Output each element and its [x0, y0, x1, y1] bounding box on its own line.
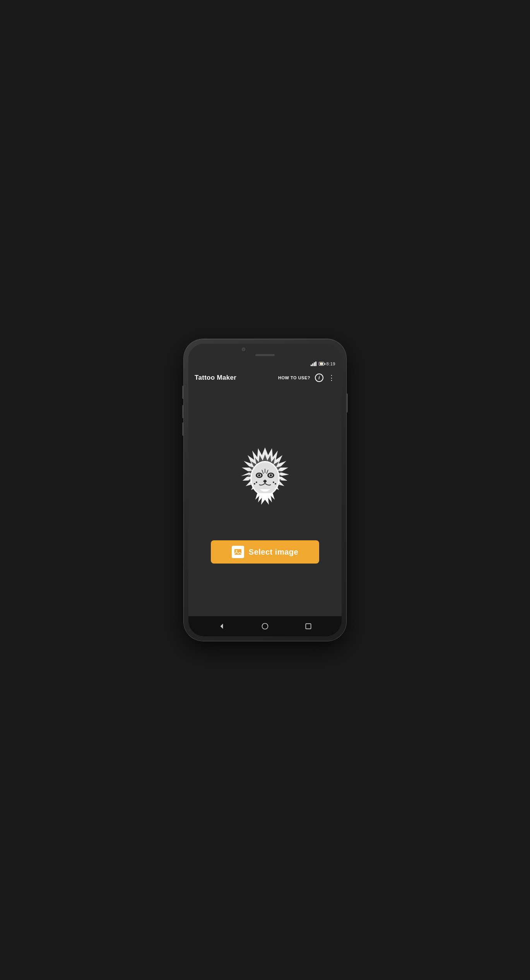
recents-icon	[304, 622, 312, 630]
svg-point-13	[236, 550, 237, 552]
image-icon-svg	[234, 548, 242, 556]
lion-tattoo-image	[226, 444, 304, 521]
status-bar: ⚡ 8:19	[188, 358, 342, 368]
main-content: Select image	[188, 387, 342, 616]
nav-bar	[188, 616, 342, 636]
phone-screen: ⚡ 8:19 Tattoo Maker HOW TO USE? i ⋮	[188, 344, 342, 636]
svg-point-8	[256, 481, 257, 483]
home-icon	[261, 622, 269, 630]
svg-point-9	[254, 483, 255, 485]
back-icon	[218, 622, 226, 630]
image-icon	[232, 546, 244, 558]
signal-bar-4	[315, 362, 316, 366]
svg-point-10	[273, 481, 274, 483]
signal-icon	[311, 362, 316, 366]
lion-image-container	[222, 440, 308, 525]
select-image-button[interactable]: Select image	[211, 540, 319, 564]
app-title: Tattoo Maker	[195, 374, 278, 382]
speaker-grille	[255, 354, 275, 356]
svg-point-6	[258, 474, 260, 476]
app-bar: Tattoo Maker HOW TO USE? i ⋮	[188, 368, 342, 387]
home-button[interactable]	[258, 619, 272, 633]
svg-rect-12	[234, 549, 241, 555]
how-to-use-button[interactable]: HOW TO USE?	[278, 375, 310, 380]
signal-bar-1	[311, 365, 312, 366]
battery-fill: ⚡	[320, 363, 323, 365]
info-button[interactable]: i	[315, 373, 323, 382]
battery-icon: ⚡	[319, 362, 324, 366]
status-time: 8:19	[327, 362, 335, 366]
svg-point-11	[275, 483, 276, 485]
svg-rect-16	[306, 624, 311, 629]
signal-bar-3	[314, 362, 315, 366]
more-options-button[interactable]: ⋮	[328, 374, 335, 381]
svg-point-7	[270, 474, 272, 476]
svg-marker-14	[221, 624, 223, 629]
svg-point-15	[262, 624, 268, 629]
app-bar-actions: HOW TO USE? i ⋮	[278, 373, 335, 382]
signal-bar-2	[312, 363, 313, 366]
front-camera-icon	[242, 348, 245, 351]
back-button[interactable]	[215, 619, 229, 633]
select-image-label: Select image	[249, 548, 298, 557]
top-notch	[188, 344, 342, 358]
recents-button[interactable]	[301, 619, 315, 633]
phone-frame: ⚡ 8:19 Tattoo Maker HOW TO USE? i ⋮	[184, 339, 346, 641]
